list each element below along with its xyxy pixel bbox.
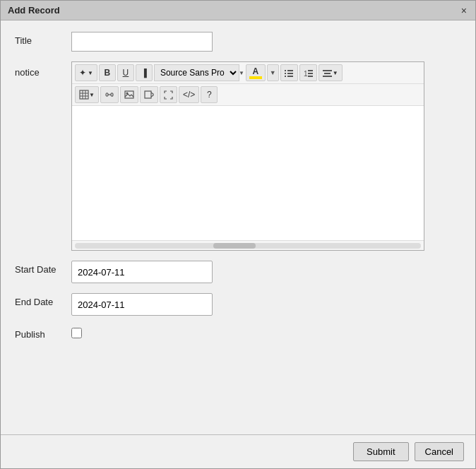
link-button[interactable] xyxy=(100,86,119,103)
end-date-input[interactable] xyxy=(71,293,213,316)
publish-checkbox[interactable] xyxy=(71,328,82,338)
editor-scrollbar xyxy=(72,240,424,250)
video-button[interactable] xyxy=(140,86,158,103)
horizontal-scrollbar xyxy=(75,243,421,249)
code-button[interactable]: </> xyxy=(179,86,199,103)
magic-button[interactable]: ✦ ▼ xyxy=(75,64,97,81)
svg-rect-5 xyxy=(287,76,293,77)
title-row: Title xyxy=(15,32,461,52)
svg-rect-21 xyxy=(145,91,151,98)
rich-text-editor: ✦ ▼ B U ▐ Source Sans Pro ▼ A xyxy=(71,61,424,251)
svg-rect-0 xyxy=(285,70,286,71)
editor-toolbar-row2: ▼ xyxy=(72,84,424,106)
svg-rect-19 xyxy=(125,91,133,98)
notice-editor-wrap: ✦ ▼ B U ▐ Source Sans Pro ▼ A xyxy=(71,61,461,251)
image-button[interactable] xyxy=(120,86,138,103)
dialog-body: Title notice ✦ ▼ B U xyxy=(1,20,475,434)
dialog-footer: Submit Cancel xyxy=(1,434,475,468)
font-color-button[interactable]: A xyxy=(246,64,266,81)
font-color-bar xyxy=(249,76,262,79)
font-dropdown-arrow: ▼ xyxy=(239,70,244,76)
table-button[interactable]: ▼ xyxy=(75,86,99,103)
publish-wrap xyxy=(71,326,461,340)
svg-rect-10 xyxy=(323,70,332,71)
end-date-label: End Date xyxy=(15,293,71,307)
start-date-row: Start Date xyxy=(15,261,461,283)
submit-button[interactable]: Submit xyxy=(353,442,408,461)
start-date-wrap xyxy=(71,261,461,283)
end-date-row: End Date xyxy=(15,293,461,316)
svg-rect-11 xyxy=(324,73,331,74)
fullscreen-button[interactable] xyxy=(160,86,177,103)
font-color-dropdown[interactable]: ▼ xyxy=(267,64,279,81)
font-family-select[interactable]: Source Sans Pro xyxy=(154,64,239,81)
svg-rect-7 xyxy=(308,70,313,71)
start-date-input[interactable] xyxy=(71,261,213,283)
svg-rect-2 xyxy=(285,73,286,74)
publish-row: Publish xyxy=(15,326,461,340)
title-input[interactable] xyxy=(71,32,213,52)
editor-toolbar-row1: ✦ ▼ B U ▐ Source Sans Pro ▼ A xyxy=(72,62,424,84)
dialog-header: Add Record × xyxy=(1,1,475,20)
format-button[interactable]: ▐ xyxy=(136,64,153,81)
cancel-button[interactable]: Cancel xyxy=(415,442,464,461)
list-ul-button[interactable] xyxy=(280,64,298,81)
list-ol-button[interactable]: 1. xyxy=(299,64,317,81)
svg-rect-1 xyxy=(287,70,293,71)
bold-button[interactable]: B xyxy=(99,64,116,81)
notice-row: notice ✦ ▼ B U ▐ xyxy=(15,61,461,251)
underline-button[interactable]: U xyxy=(117,64,134,81)
align-button[interactable]: ▼ xyxy=(319,64,343,81)
scrollbar-thumb xyxy=(213,243,256,249)
notice-label: notice xyxy=(15,61,71,78)
help-button[interactable]: ? xyxy=(201,86,218,103)
title-label: Title xyxy=(15,32,71,46)
svg-rect-9 xyxy=(308,76,313,77)
svg-rect-4 xyxy=(285,76,286,77)
svg-rect-3 xyxy=(287,73,293,74)
add-record-dialog: Add Record × Title notice ✦ ▼ xyxy=(0,0,476,469)
publish-label: Publish xyxy=(15,326,71,340)
dialog-title: Add Record xyxy=(8,5,60,16)
svg-rect-13 xyxy=(80,90,88,99)
editor-content[interactable] xyxy=(72,106,424,240)
close-button[interactable]: × xyxy=(460,6,468,16)
svg-rect-12 xyxy=(323,76,332,77)
title-input-wrap xyxy=(71,32,461,52)
svg-rect-8 xyxy=(308,73,313,74)
end-date-wrap xyxy=(71,293,461,316)
start-date-label: Start Date xyxy=(15,261,71,275)
